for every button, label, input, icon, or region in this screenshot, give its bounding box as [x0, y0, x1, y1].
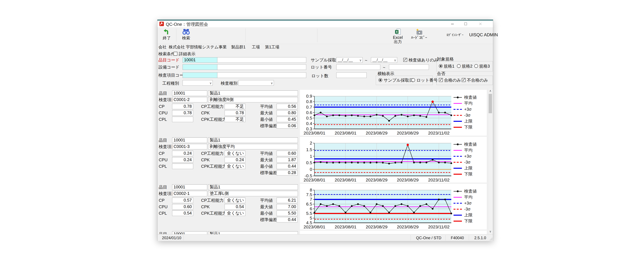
inspection-code-box: C0002-1 — [172, 191, 207, 196]
status-separator — [469, 235, 469, 240]
legend-swatch-icon — [453, 219, 462, 223]
equipment-name-input[interactable] — [217, 64, 306, 70]
legend-entry: 下限 — [453, 171, 477, 177]
legend-swatch-icon — [453, 172, 462, 177]
item-name-input[interactable] — [217, 57, 306, 63]
standard1-radio[interactable] — [439, 64, 442, 68]
standard2-radio[interactable] — [457, 64, 460, 68]
inspection-name-input[interactable] — [217, 72, 306, 78]
legend-entry: 平均 — [453, 147, 477, 153]
mean-label: 平均値 — [260, 151, 273, 156]
maximize-button[interactable]: □ — [460, 21, 472, 27]
legend-entry: 上限 — [453, 118, 477, 124]
target-standard-label: 対象規格 — [437, 56, 454, 62]
detail-display-checkbox[interactable] — [174, 52, 178, 56]
target-standard-group: 規格1 規格2 規格3 — [436, 61, 493, 71]
legend-label: 平均 — [464, 148, 472, 153]
pass-only-checkbox[interactable] — [439, 78, 443, 82]
fail-only-checkbox[interactable] — [462, 78, 466, 82]
excel-export-button[interactable]: X Excel 出力 — [389, 29, 407, 44]
search-label: 検索 — [182, 36, 190, 40]
cp-capability-value: 不足 — [224, 104, 245, 109]
item-code-box: 10001 — [172, 138, 207, 143]
hardcopy-button[interactable]: ﾊｰﾄﾞｺﾋﾟｰ — [408, 29, 430, 40]
lot-count-input[interactable] — [336, 72, 366, 78]
lot-to-input[interactable] — [389, 64, 429, 70]
equipment-code-input[interactable] — [182, 64, 217, 70]
stddev-label: 標準偏差 — [260, 170, 277, 176]
close-button[interactable]: × — [475, 21, 486, 27]
status-separator — [183, 235, 184, 240]
chart-legend: 検査値平均+3σ-3σ上限下限 — [453, 94, 477, 130]
excel-icon: X — [395, 29, 401, 35]
company-value: 株式会社 宇部情報システム — [169, 44, 218, 50]
svg-text:7.5: 7.5 — [306, 192, 312, 197]
lot-number-label: ロット番号 — [311, 64, 332, 70]
lot-range-tilde: ~ — [383, 65, 385, 70]
legend-entry: 検査値 — [453, 188, 477, 194]
camera-icon — [416, 29, 422, 35]
inspection-type-label: 検査種別 — [221, 80, 238, 86]
svg-text:2023/11/02: 2023/11/02 — [428, 131, 450, 136]
item-label: 品目 — [159, 90, 167, 96]
business-value: 製品群1 — [231, 44, 246, 50]
lot-from-input[interactable] — [336, 64, 380, 70]
passfail-label: 合否 — [437, 71, 445, 76]
minimize-button[interactable]: – — [446, 21, 458, 27]
inspection-type-combo[interactable]: ∨ — [238, 80, 274, 86]
standard3-radio[interactable] — [474, 64, 478, 68]
resize-grip-icon[interactable] — [490, 237, 493, 241]
process-type-combo[interactable]: ∨ — [182, 80, 213, 86]
cp-capability-label: CP工程能力 — [201, 104, 224, 109]
legend-entry: +3σ — [453, 153, 477, 159]
exit-button[interactable]: 終了 — [160, 29, 174, 41]
plant-value: 第1工場 — [265, 44, 279, 50]
svg-text:5.5: 5.5 — [306, 211, 312, 216]
xaxis-lot-number-radio[interactable] — [411, 78, 415, 82]
cpu-label: CPU — [159, 157, 168, 163]
xaxis-sample-date-radio[interactable] — [378, 78, 382, 82]
vertical-scrollbar[interactable]: ∧ ∨ — [488, 88, 492, 234]
has-value-only-label: 検査値ありのみ — [408, 57, 438, 63]
scroll-up-arrow[interactable]: ∧ — [488, 88, 492, 93]
mean-value: 6.21 — [276, 198, 298, 203]
login-user-value: UISQC ADMIN — [469, 32, 498, 37]
inspection-code-input[interactable] — [182, 72, 217, 78]
cp-capability-value: 全くない — [224, 198, 245, 203]
has-value-only-checkbox[interactable] — [403, 58, 407, 62]
legend-swatch-icon — [453, 107, 462, 112]
legend-label: 平均 — [464, 194, 472, 200]
date-to-combo[interactable]: __/__/__ ∨ — [371, 57, 397, 63]
cpk-label: CPK — [201, 204, 210, 209]
legend-label: 検査値 — [464, 94, 477, 100]
mean-label: 平均値 — [260, 198, 273, 203]
search-button[interactable]: 検索 — [179, 29, 194, 41]
standard2-label: 規格2 — [462, 63, 472, 69]
chevron-down-icon: ∨ — [210, 81, 212, 86]
max-label: 最大値 — [260, 204, 273, 209]
legend-swatch-icon — [453, 154, 462, 159]
cpk-capability-value: 不足 — [224, 117, 245, 122]
app-icon — [160, 22, 164, 26]
cpl-label: CPL — [159, 210, 167, 216]
scrollbar-thumb[interactable] — [489, 94, 492, 113]
item-label: 品目 — [159, 231, 167, 234]
process-type-label: 工程種別 — [162, 80, 179, 86]
svg-text:0.5: 0.5 — [306, 160, 312, 165]
cpu-value: 0.78 — [172, 110, 193, 116]
status-product: QC-One / STD — [416, 236, 441, 240]
scroll-down-arrow[interactable]: ∨ — [488, 229, 492, 234]
item-code-input[interactable]: 10001 — [182, 57, 217, 63]
status-date: 2024/01/10 — [162, 236, 181, 240]
min-value: 0.44 — [276, 164, 298, 169]
svg-text:2023/08/29: 2023/08/29 — [397, 178, 418, 182]
exit-icon — [164, 29, 170, 35]
window-title: QC-One：管理図照会 — [166, 22, 208, 27]
legend-label: 上限 — [464, 118, 472, 124]
svg-text:2023/08/01: 2023/08/01 — [335, 224, 356, 229]
legend-entry: 検査値 — [453, 141, 477, 147]
svg-text:6: 6 — [310, 206, 312, 211]
date-from-combo[interactable]: __/__/__ ∨ — [336, 57, 362, 63]
svg-text:1: 1 — [310, 154, 312, 159]
hardcopy-label: ﾊｰﾄﾞｺﾋﾟｰ — [411, 35, 427, 40]
